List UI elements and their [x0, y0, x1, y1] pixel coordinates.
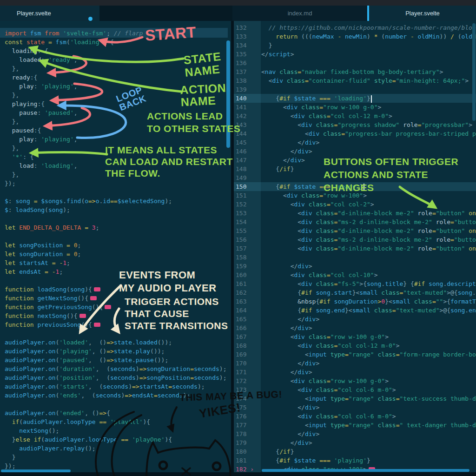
line-number: 179	[236, 438, 259, 447]
code-line: <div class="ms-2 d-inline-block me-2" ro…	[261, 235, 476, 244]
code-line: paused:{	[5, 126, 226, 135]
code-line: audioPlayer.on('loaded', ()=>state.loade…	[5, 338, 226, 347]
line-number: 155	[236, 226, 259, 235]
code-line: </div>	[261, 147, 476, 156]
code-line: </div>	[261, 262, 476, 271]
line-number: 151	[236, 191, 259, 200]
code-line: <div class="progress shadow" role="progr…	[261, 120, 476, 129]
code-line: </div>	[261, 359, 476, 368]
code-line: {/if}	[261, 165, 476, 173]
tab-label: Player.svelte	[405, 10, 440, 17]
code-line: </div>	[261, 315, 476, 324]
scrollbar-vertical-left[interactable]	[226, 40, 230, 148]
line-number: 156	[236, 235, 259, 244]
line-number: 173	[236, 385, 259, 394]
line-number: 146	[236, 147, 259, 156]
code-line: function getNextSong(){	[5, 294, 226, 303]
line-number: 168	[236, 341, 259, 350]
code-line: <div class="col col-12 m-0">	[261, 341, 476, 350]
code-content-left: import fsm from 'svelte-fsm'; // flarpco…	[5, 29, 226, 470]
code-line: <div class="col col-10">	[261, 271, 476, 279]
code-line: },	[5, 117, 226, 126]
line-number: 149	[236, 173, 259, 182]
line-number: 180	[236, 447, 259, 456]
code-line: <div class="row w-100 g-0">	[261, 332, 476, 341]
code-line: </script>	[261, 50, 476, 59]
code-line: <nav class="navbar fixed-bottom bg-body-…	[261, 67, 476, 76]
tab-label: Player.svelte	[17, 10, 51, 17]
code-line: function getPreviousSong(){	[5, 303, 226, 311]
code-line: <div class="progress-bar progress-bar-st…	[261, 129, 476, 138]
code-line: </div>	[261, 403, 476, 412]
code-line: playing:{	[5, 99, 226, 108]
line-number: 139	[236, 85, 259, 94]
code-line: let songDuration = 0;	[5, 250, 226, 258]
code-editor-left[interactable]: import fsm from 'svelte-fsm'; // flarpco…	[0, 21, 231, 472]
code-line: <div class="ms-2 d-inline-block me-2" ro…	[261, 218, 476, 226]
line-number: 150	[236, 182, 259, 191]
code-line: return (((newMax - newMin) * (number - o…	[261, 32, 476, 41]
code-line	[5, 214, 226, 223]
tab-player-svelte-right[interactable]: Player.svelte	[369, 6, 476, 21]
code-line: audioPlayer.on('duration', (seconds)=>so…	[5, 364, 226, 373]
code-line: audioPlayer.on('ends', (seconds)=>endsAt…	[5, 391, 226, 400]
line-number: 163	[236, 297, 259, 306]
code-line: loading: {	[5, 46, 226, 55]
line-number: 177	[236, 421, 259, 430]
code-line: {#if $state === 'loading'}	[261, 94, 476, 103]
code-line: }else if(audioPlayer.loopType == 'playOn…	[5, 435, 226, 444]
window-titlebar	[0, 0, 476, 6]
code-line: <div class="container-fluid" style="min-…	[261, 76, 476, 85]
tab-bar: Player.svelte index.md Player.svelte	[0, 6, 476, 21]
line-number: 178	[236, 430, 259, 438]
text-cursor	[364, 184, 364, 191]
line-number: 174	[236, 394, 259, 403]
line-number: 171	[236, 368, 259, 377]
code-line: {#if $state === 'ready'}	[261, 182, 476, 191]
code-line: </div>	[261, 324, 476, 332]
code-line	[5, 276, 226, 285]
code-line	[261, 253, 476, 262]
code-line: <input type="range" class="form-range bo…	[261, 350, 476, 359]
code-line: let songPosition = 0;	[5, 241, 226, 250]
line-number: 133	[236, 32, 259, 41]
line-number: 135	[236, 50, 259, 59]
code-line: <input type="range" class="text-success …	[261, 394, 476, 403]
code-line: play: 'playing',	[5, 82, 226, 91]
code-line: function loadSong(song){	[5, 285, 226, 294]
code-line: import fsm from 'svelte-fsm'; // flarp	[5, 29, 226, 38]
tab-index-md[interactable]: index.md	[232, 6, 367, 21]
code-line: audioPlayer.on('paused', ()=>state.pause…	[5, 356, 226, 364]
line-number: 143	[236, 120, 259, 129]
line-number: 153	[236, 209, 259, 218]
code-line: <div class="d-inline-block me-2" role="b…	[261, 226, 476, 235]
code-line: audioPlayer.on('starts', (seconds)=>star…	[5, 382, 226, 391]
code-line	[5, 400, 226, 409]
code-line: audioPlayer.on('ended', ()=>{	[5, 409, 226, 417]
line-number: 158	[236, 253, 259, 262]
folded-code-icon	[94, 287, 100, 291]
line-number: 148	[236, 165, 259, 173]
tab-player-svelte-left[interactable]: Player.svelte	[0, 6, 99, 21]
line-number: 144	[236, 129, 259, 138]
line-number: 176	[236, 412, 259, 421]
line-number: 159	[236, 262, 259, 271]
code-line: <input type="range" class=" text-danger …	[261, 421, 476, 430]
code-line: play: 'playing',	[5, 135, 226, 144]
text-cursor	[371, 95, 372, 103]
line-number: 140	[236, 94, 259, 103]
scrollbar-vertical-right[interactable]	[472, 23, 476, 121]
folded-code-icon	[105, 305, 111, 309]
code-line: </div>	[261, 156, 476, 165]
line-number: 169	[236, 350, 259, 359]
folded-code-icon	[94, 323, 100, 327]
code-editor-right[interactable]: 1321331341351361371381391401411421431441…	[234, 21, 476, 472]
line-number: 181	[236, 456, 259, 465]
line-numbers: 1321331341351361371381391401411421431441…	[236, 23, 259, 472]
bottom-strip	[0, 472, 476, 476]
code-line: },	[5, 170, 226, 179]
line-number: 166	[236, 324, 259, 332]
scrollbar-horizontal-right[interactable]	[262, 469, 469, 472]
code-line: loaded: 'ready',	[5, 55, 226, 64]
code-line: if(audioPlayer.loopType == 'playAll'){	[5, 417, 226, 426]
